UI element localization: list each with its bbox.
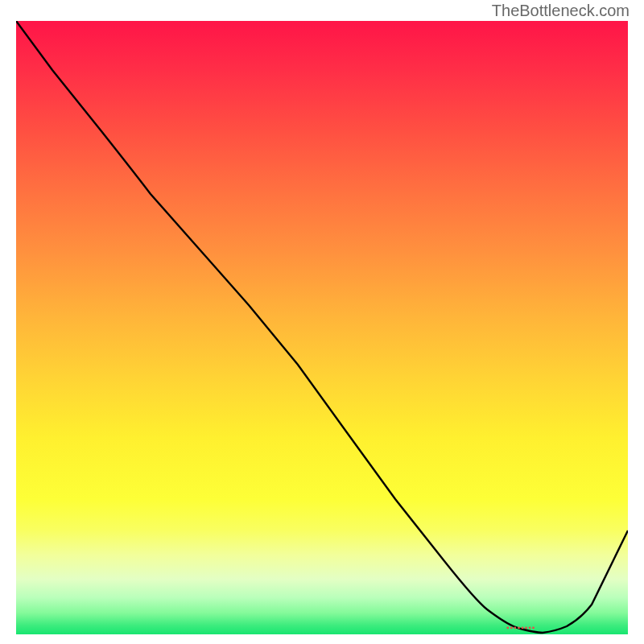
chart-area: ▪▪▪▪▪▪▪▪ xyxy=(16,21,628,634)
marker-label: ▪▪▪▪▪▪▪▪ xyxy=(506,623,535,632)
line-curve xyxy=(16,21,628,634)
watermark-text: TheBottleneck.com xyxy=(492,2,630,20)
curve-path xyxy=(16,21,628,633)
